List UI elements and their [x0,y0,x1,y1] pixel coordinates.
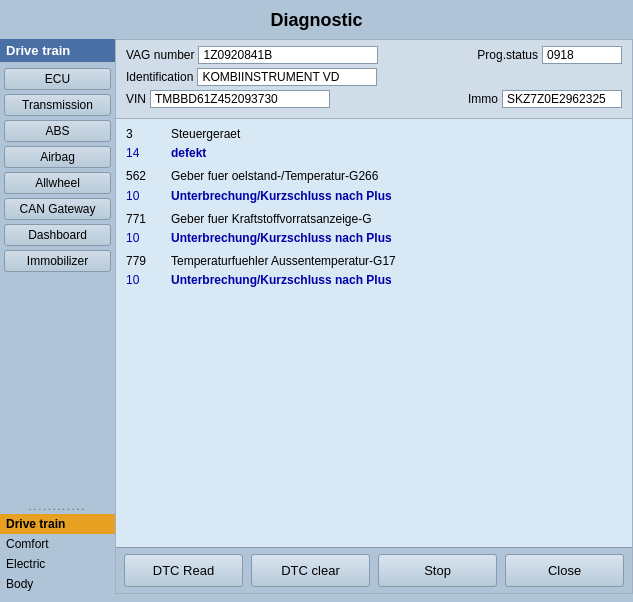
sidebar-item-dashboard[interactable]: Dashboard [4,224,111,246]
dtc-row-main-3: 779 Temperaturfuehler Aussentemperatur-G… [126,252,622,271]
sidebar-dots: ............ [0,499,115,514]
dtc-code-2: 771 [126,210,161,229]
vin-label: VIN [126,92,146,106]
sidebar-item-can-gateway[interactable]: CAN Gateway [4,198,111,220]
dtc-clear-button[interactable]: DTC clear [251,554,370,587]
dtc-code-0: 3 [126,125,161,144]
sidebar-item-immobilizer[interactable]: Immobilizer [4,250,111,272]
dtc-code-1: 562 [126,167,161,186]
sidebar-item-ecu[interactable]: ECU [4,68,111,90]
page-title: Diagnostic [0,0,633,39]
dtc-code-3: 779 [126,252,161,271]
vin-value: TMBBD61Z452093730 [150,90,330,108]
close-button[interactable]: Close [505,554,624,587]
sidebar-item-transmission[interactable]: Transmission [4,94,111,116]
vag-row: VAG number 1Z0920841B Prog.status 0918 [126,46,622,64]
dtc-subdesc-3: Unterbrechung/Kurzschluss nach Plus [171,271,392,290]
sidebar-item-abs[interactable]: ABS [4,120,111,142]
dtc-subdesc-0: defekt [171,144,206,163]
dtc-subcode-1: 10 [126,187,161,206]
vag-label: VAG number [126,48,194,62]
id-row: Identification KOMBIINSTRUMENT VD [126,68,622,86]
dtc-read-button[interactable]: DTC Read [124,554,243,587]
id-label: Identification [126,70,193,84]
dtc-entry-1: 562 Geber fuer oelstand-/Temperatur-G266… [126,167,622,205]
sidebar-section-electric[interactable]: Electric [0,554,115,574]
sidebar-section-comfort[interactable]: Comfort [0,534,115,554]
vag-value: 1Z0920841B [198,46,378,64]
sidebar-item-airbag[interactable]: Airbag [4,146,111,168]
dtc-desc-3: Temperaturfuehler Aussentemperatur-G17 [171,252,396,271]
dtc-subrow-2: 10 Unterbrechung/Kurzschluss nach Plus [126,229,622,248]
sidebar-item-allwheel[interactable]: Allwheel [4,172,111,194]
immo-value: SKZ7Z0E2962325 [502,90,622,108]
bottom-bar: DTC Read DTC clear Stop Close [116,547,632,593]
sidebar: Drive train ECU Transmission ABS Airbag … [0,39,115,594]
dtc-subdesc-1: Unterbrechung/Kurzschluss nach Plus [171,187,392,206]
sidebar-section-drive-train[interactable]: Drive train [0,514,115,534]
dtc-desc-1: Geber fuer oelstand-/Temperatur-G266 [171,167,378,186]
dtc-subcode-0: 14 [126,144,161,163]
dtc-entry-3: 779 Temperaturfuehler Aussentemperatur-G… [126,252,622,290]
prog-label: Prog.status [477,48,538,62]
dtc-row-main-0: 3 Steuergeraet [126,125,622,144]
content-panel: VAG number 1Z0920841B Prog.status 0918 I… [115,39,633,594]
dtc-row-main-2: 771 Geber fuer Kraftstoffvorratsanzeige-… [126,210,622,229]
dtc-subrow-3: 10 Unterbrechung/Kurzschluss nach Plus [126,271,622,290]
vin-row: VIN TMBBD61Z452093730 Immo SKZ7Z0E296232… [126,90,622,108]
dtc-entry-0: 3 Steuergeraet 14 defekt [126,125,622,163]
dtc-subcode-2: 10 [126,229,161,248]
dtc-entry-2: 771 Geber fuer Kraftstoffvorratsanzeige-… [126,210,622,248]
dtc-list: 3 Steuergeraet 14 defekt 562 Geber fuer … [116,119,632,547]
dtc-desc-0: Steuergeraet [171,125,240,144]
dtc-subdesc-2: Unterbrechung/Kurzschluss nach Plus [171,229,392,248]
dtc-row-main-1: 562 Geber fuer oelstand-/Temperatur-G266 [126,167,622,186]
info-section: VAG number 1Z0920841B Prog.status 0918 I… [116,40,632,119]
dtc-subrow-0: 14 defekt [126,144,622,163]
prog-value: 0918 [542,46,622,64]
dtc-subrow-1: 10 Unterbrechung/Kurzschluss nach Plus [126,187,622,206]
immo-label: Immo [468,92,498,106]
dtc-desc-2: Geber fuer Kraftstoffvorratsanzeige-G [171,210,372,229]
id-value: KOMBIINSTRUMENT VD [197,68,377,86]
sidebar-title: Drive train [0,39,115,62]
sidebar-section-body[interactable]: Body [0,574,115,594]
dtc-subcode-3: 10 [126,271,161,290]
stop-button[interactable]: Stop [378,554,497,587]
